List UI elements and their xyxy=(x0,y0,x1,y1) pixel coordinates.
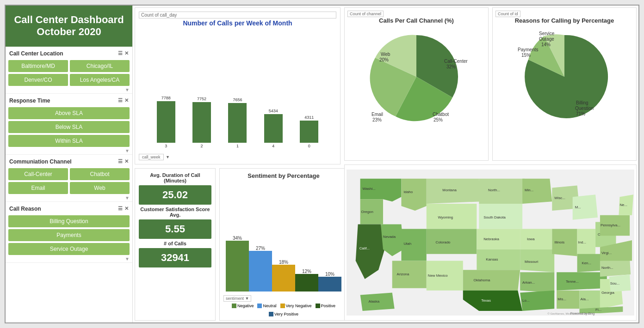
channel-chatbot[interactable]: Chatbot xyxy=(70,168,130,180)
svg-text:Outage: Outage xyxy=(539,36,554,42)
legend-positive: Positive xyxy=(316,304,336,308)
response-below-sla[interactable]: Below SLA xyxy=(8,121,130,133)
sentiment-bar-neutral: 27% xyxy=(249,246,272,292)
svg-text:Wisc...: Wisc... xyxy=(554,196,565,200)
reason-payments[interactable]: Payments xyxy=(8,229,130,241)
sentiment-bar-negative: 34% xyxy=(226,236,249,292)
svg-text:Virgi...: Virgi... xyxy=(601,251,612,255)
sentiment-filter-container: sentiment ▼ xyxy=(223,293,344,302)
svg-text:Pennsylva...: Pennsylva... xyxy=(601,223,620,227)
x-axis-label[interactable]: call_week xyxy=(139,154,164,160)
reason-filter-icon[interactable]: ☰ xyxy=(118,206,123,212)
channel-filter-icon[interactable]: ☰ xyxy=(118,158,123,164)
response-section: Response Time ☰ ✕ Above SLA Below SLA Wi… xyxy=(6,94,132,155)
location-scroll-down[interactable]: ▼ xyxy=(8,87,130,92)
channel-clear-icon[interactable]: ✕ xyxy=(124,158,129,164)
svg-marker-25 xyxy=(401,179,426,211)
reason-clear-icon[interactable]: ✕ xyxy=(124,206,129,212)
svg-text:Iowa: Iowa xyxy=(527,237,535,241)
reasons-pie-title: Reasons for Calling by Percentage xyxy=(515,17,614,24)
svg-text:Chatbot: Chatbot xyxy=(433,112,449,117)
svg-text:Oregon: Oregon xyxy=(361,210,373,214)
main-layout: Count of call_day Number of Calls per We… xyxy=(133,6,638,322)
svg-text:Tenne...: Tenne... xyxy=(566,279,579,284)
satisfaction-value: 5.55 xyxy=(139,219,211,239)
bar-week1: 7656 1 xyxy=(228,97,247,148)
reason-section: Call Reason ☰ ✕ Billing Question Payment… xyxy=(6,202,132,263)
channel-callcenter[interactable]: Call-Center xyxy=(8,168,68,180)
location-section: Call Center Location ☰ ✕ Baltimore/MD Ch… xyxy=(6,47,132,94)
svg-text:Question: Question xyxy=(575,106,594,111)
reason-list: Billing Question Payments Service Outage xyxy=(8,214,130,256)
sentiment-filter-label[interactable]: sentiment ▼ xyxy=(223,295,251,302)
satisfaction-label: Customer Satisfaction Score Avg. xyxy=(139,207,211,218)
sentiment-bars-container: 34% 27% 18% xyxy=(223,181,344,292)
bar-week4: 5434 4 xyxy=(264,109,283,148)
response-title: Response Time ☰ ✕ xyxy=(8,96,130,106)
channel-pie-chart: Call-Center 32% Chatbot 25% Email 23% We… xyxy=(363,26,470,128)
channel-email[interactable]: Email xyxy=(8,182,68,194)
bar-week2: 7752 2 xyxy=(192,97,211,148)
svg-marker-45 xyxy=(477,249,520,270)
legend-very-negative: Very Negative xyxy=(280,304,312,308)
svg-text:Billing: Billing xyxy=(576,100,588,105)
location-grid: Baltimore/MD Chicago/IL Denver/CO Los An… xyxy=(8,59,130,87)
calls-label: # of Calls xyxy=(139,241,211,246)
svg-text:Alaska: Alaska xyxy=(368,299,379,304)
channel-scroll-down[interactable]: ▼ xyxy=(8,195,130,200)
center-column: Count of call_day Number of Calls per We… xyxy=(133,6,342,322)
response-clear-icon[interactable]: ✕ xyxy=(124,97,129,103)
legend-neutral: Neutral xyxy=(257,304,276,308)
us-map: Washi... Oregon Calif... Nevada xyxy=(347,167,634,318)
reasons-count-label: Count of id xyxy=(495,11,520,17)
svg-marker-73 xyxy=(557,272,607,290)
svg-text:Arizona: Arizona xyxy=(397,272,409,276)
response-filter-icon[interactable]: ☰ xyxy=(118,97,123,103)
svg-text:Fl...: Fl... xyxy=(595,308,601,312)
reason-outage[interactable]: Service Outage xyxy=(8,243,130,255)
reason-billing[interactable]: Billing Question xyxy=(8,215,130,227)
channel-pie-panel: Count of channel Calls Per Call Channel … xyxy=(344,7,489,161)
response-above-sla[interactable]: Above SLA xyxy=(8,107,130,119)
reason-scroll-down[interactable]: ▼ xyxy=(8,256,130,261)
channel-section: Communiation Channel ☰ ✕ Call-Center Cha… xyxy=(6,155,132,202)
svg-text:Wyoming: Wyoming xyxy=(438,215,453,219)
svg-text:Min...: Min... xyxy=(525,188,533,192)
reasons-pie-chart: Billing Question 71% Payments 15% Servic… xyxy=(511,26,618,128)
clear-icon[interactable]: ✕ xyxy=(124,50,129,56)
avg-duration-value: 25.02 xyxy=(139,185,211,205)
x-axis-label-container: call_week ▼ xyxy=(139,152,336,160)
response-scroll-down[interactable]: ▼ xyxy=(8,148,130,153)
reason-title: Call Reason ☰ ✕ xyxy=(8,204,130,214)
channel-web[interactable]: Web xyxy=(70,182,130,194)
bar-chart-count-label: Count of call_day xyxy=(139,12,336,18)
svg-text:South Dakota: South Dakota xyxy=(483,215,506,219)
svg-text:Idaho: Idaho xyxy=(403,190,413,194)
legend-very-positive: Very Positive xyxy=(269,312,298,316)
location-item-denver[interactable]: Denver/CO xyxy=(8,74,68,86)
svg-text:25%: 25% xyxy=(433,117,443,122)
svg-text:North...: North... xyxy=(488,188,500,192)
svg-text:Ala...: Ala... xyxy=(580,297,588,301)
svg-marker-31 xyxy=(427,229,477,254)
svg-text:Arkan...: Arkan... xyxy=(522,280,535,285)
sidebar-scroll: Call Center Location ☰ ✕ Baltimore/MD Ch… xyxy=(6,47,132,322)
svg-text:71%: 71% xyxy=(576,111,585,116)
svg-text:Washi...: Washi... xyxy=(363,187,376,191)
svg-text:Email: Email xyxy=(372,112,383,117)
location-item-chicago[interactable]: Chicago/IL xyxy=(70,60,130,72)
channel-count-label: Count of channel xyxy=(347,11,384,17)
response-within-sla[interactable]: Within SLA xyxy=(8,135,130,147)
top-right-row: Count of channel Calls Per Call Channel … xyxy=(342,6,638,163)
svg-text:Payments: Payments xyxy=(518,47,538,52)
dashboard-layout: Call Center Dashboard October 2020 Call … xyxy=(6,6,638,322)
right-column: Count of channel Calls Per Call Channel … xyxy=(342,6,638,322)
svg-text:Ind...: Ind... xyxy=(578,240,587,244)
location-item-la[interactable]: Los Angeles/CA xyxy=(70,74,130,86)
location-item-baltimore[interactable]: Baltimore/MD xyxy=(8,60,68,72)
calls-value: 32941 xyxy=(139,248,211,267)
bar-week0: 4311 0 xyxy=(300,115,318,148)
filter-icon[interactable]: ☰ xyxy=(118,50,123,56)
svg-text:Kansas: Kansas xyxy=(486,257,498,261)
sentiment-bar-very-negative: 18% xyxy=(272,260,295,292)
